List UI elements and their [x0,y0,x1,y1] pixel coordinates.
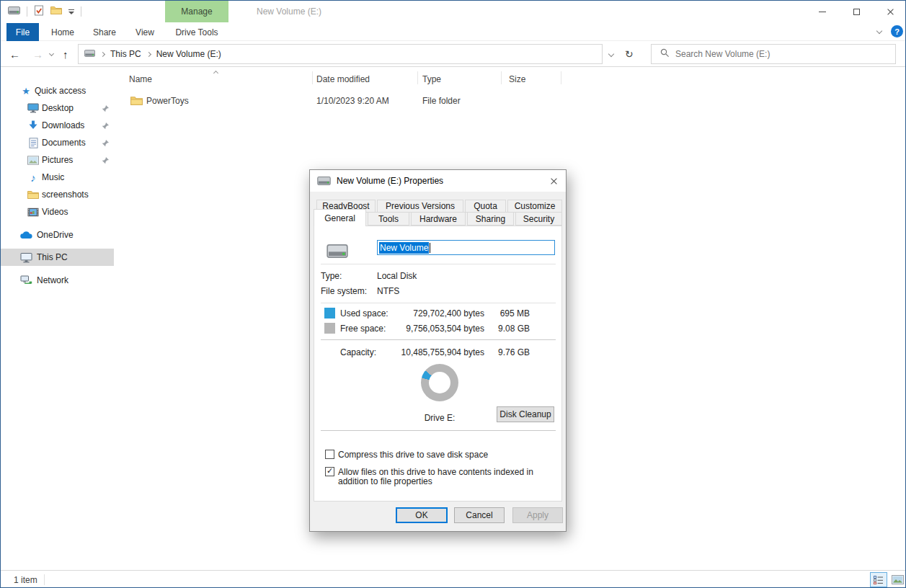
file-name: PowerToys [146,93,189,108]
address-bar[interactable]: This PC New Volume (E:) [78,44,603,64]
window-title: New Volume (E:) [257,1,321,22]
tab-share[interactable]: Share [86,23,123,41]
dialog-tab-previous-versions[interactable]: Previous Versions [377,200,463,213]
column-header-size[interactable]: Size [509,74,525,84]
sort-ascending-icon [213,71,218,76]
tab-home[interactable]: Home [44,23,81,41]
sidebar-item-pictures[interactable]: Pictures [1,151,114,169]
tab-drive-tools[interactable]: Drive Tools [165,23,228,41]
search-box[interactable] [651,44,896,64]
free-space-bytes: 9,756,053,504 bytes [379,324,484,334]
tab-view[interactable]: View [128,23,162,41]
used-space-swatch [324,308,335,318]
used-space-size: 695 MB [492,308,530,318]
disk-cleanup-button[interactable]: Disk Cleanup [497,406,554,422]
pin-icon [102,139,109,149]
breadcrumb-chevron-icon [100,51,105,56]
navigation-bar: ← → ↑ This PC New Volume (E:) ↻ [1,41,905,67]
cloud-icon [19,229,32,241]
new-folder-icon[interactable] [50,6,62,17]
search-icon [660,48,670,60]
drive-icon [327,244,348,260]
sidebar-item-downloads[interactable]: Downloads [1,117,114,134]
up-icon[interactable]: ↑ [63,41,68,67]
toolbar-separator [81,6,81,17]
file-date: 1/10/2023 9:20 AM [316,93,389,108]
item-count: 1 item [14,575,37,585]
folder-icon [130,93,143,108]
dialog-tab-hardware[interactable]: Hardware [411,212,466,226]
breadcrumb-new-volume[interactable]: New Volume (E:) [156,49,221,59]
pin-icon [102,104,109,115]
compress-checkbox-label: Compress this drive to save disk space [338,450,488,460]
index-checkbox[interactable] [325,467,334,476]
drive-icon [8,6,20,17]
sidebar-item-videos[interactable]: Videos [1,203,114,220]
table-row[interactable]: PowerToys 1/10/2023 9:20 AM File folder [116,93,577,108]
details-view-button[interactable] [870,572,887,587]
search-input[interactable] [675,49,877,59]
minimize-button[interactable] [806,1,839,22]
capacity-size: 9.76 GB [492,347,530,357]
dialog-close-icon[interactable] [541,170,566,192]
title-bar: Manage New Volume (E:) [1,1,905,22]
selected-text: New Volume [379,242,429,254]
ribbon-collapse-icon[interactable] [876,28,882,34]
column-header-name[interactable]: Name [129,74,152,84]
star-icon: ★ [19,85,32,97]
sidebar-item-this-pc[interactable]: This PC [1,249,114,266]
type-label: Type: [321,271,342,281]
apply-button[interactable]: Apply [512,507,563,523]
type-value: Local Disk [377,271,417,281]
document-icon [27,137,40,148]
breadcrumb-this-pc[interactable]: This PC [110,49,141,59]
dialog-tab-tools[interactable]: Tools [368,212,409,226]
sidebar-item-documents[interactable]: Documents [1,134,114,151]
film-icon [27,206,40,218]
close-button[interactable] [874,1,906,22]
dialog-title-bar: New Volume (E:) Properties [310,170,566,192]
properties-icon[interactable] [34,5,44,18]
dialog-tab-customize[interactable]: Customize [507,200,562,213]
help-icon[interactable]: ? [891,25,903,37]
tab-file[interactable]: File [6,23,39,41]
recent-locations-icon[interactable] [49,51,54,56]
column-header-type[interactable]: Type [422,74,441,84]
ok-button[interactable]: OK [396,507,448,523]
pin-icon [102,122,109,132]
address-dropdown-icon[interactable] [608,51,614,57]
drive-icon [84,49,95,59]
drive-icon [317,177,331,185]
quick-access-toolbar [8,1,81,22]
sidebar-item-onedrive[interactable]: OneDrive [1,226,114,244]
back-icon[interactable]: ← [9,41,20,67]
sidebar-item-desktop[interactable]: Desktop [1,99,114,117]
forward-icon[interactable]: → [32,41,43,67]
sidebar-item-network[interactable]: Network [1,272,114,289]
sidebar-item-quick-access[interactable]: ★ Quick access [1,82,114,99]
navigation-pane: ★ Quick access Desktop Downloads Documen… [1,67,116,570]
network-icon [19,275,32,286]
dialog-tab-general[interactable]: General [314,209,366,226]
sidebar-item-screenshots[interactable]: screenshots [1,186,114,203]
cancel-button[interactable]: Cancel [454,507,505,523]
thumbnail-view-button[interactable] [889,572,906,587]
free-space-swatch [324,323,335,334]
refresh-icon[interactable]: ↻ [625,41,634,67]
sidebar-item-music[interactable]: ♪ Music [1,169,114,186]
maximize-button[interactable] [840,1,873,22]
manage-contextual-group[interactable]: Manage [165,1,228,22]
qat-customize-icon[interactable] [68,9,74,14]
compress-checkbox[interactable] [325,450,334,459]
explorer-window: Manage New Volume (E:) File Home Share V… [0,0,906,588]
dialog-tab-quota[interactable]: Quota [465,200,506,213]
download-arrow-icon [27,120,40,131]
column-header-date-modified[interactable]: Date modified [316,74,370,84]
dialog-tab-sharing[interactable]: Sharing [467,212,514,226]
usage-donut-chart [421,364,458,401]
music-note-icon: ♪ [27,172,40,183]
breadcrumb-chevron-icon [146,51,151,56]
volume-label-input[interactable]: New Volume [377,240,555,255]
dialog-tab-security[interactable]: Security [515,212,562,226]
file-type: File folder [422,93,461,108]
